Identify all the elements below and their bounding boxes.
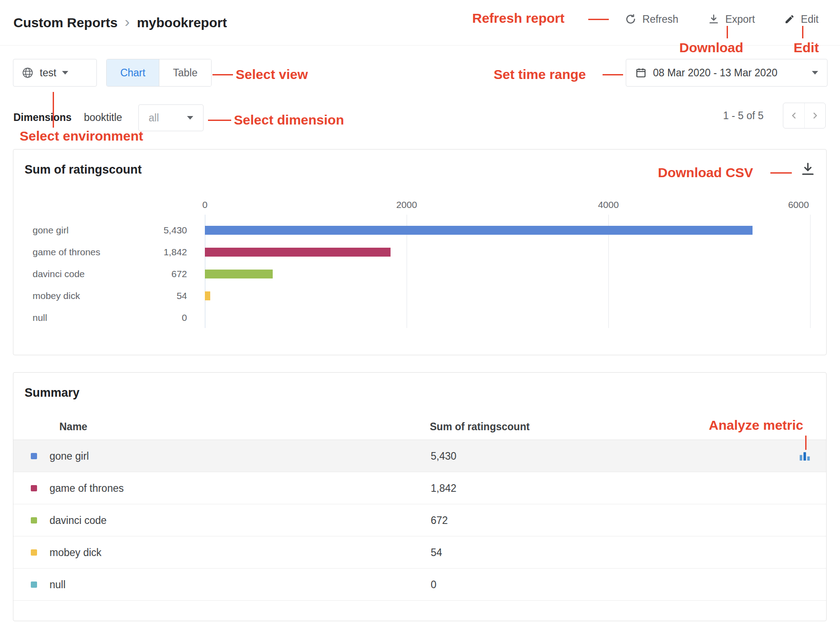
annotation-analyze-metric: Analyze metric [709, 418, 803, 433]
column-header-value: Sum of ratingscount [430, 421, 530, 433]
summary-card: Summary Name Sum of ratingscount gone gi… [13, 372, 827, 621]
chevron-right-icon [810, 111, 820, 120]
breadcrumb-custom-reports[interactable]: Custom Reports [13, 15, 117, 30]
chart-value-label: 1,842 [144, 247, 187, 258]
row-value: 54 [431, 546, 442, 558]
table-row[interactable]: gone girl5,430 [13, 440, 826, 472]
edit-label: Edit [801, 13, 819, 25]
annotation-select-dimension: Select dimension [234, 112, 344, 128]
dimension-value-selector[interactable]: all [138, 104, 204, 131]
refresh-icon [625, 13, 636, 25]
pagination-label: 1 - 5 of 5 [723, 110, 764, 122]
download-csv-icon[interactable] [800, 161, 816, 179]
chart-row: gone girl5,430 [13, 219, 826, 241]
chart-category-label: null [33, 312, 144, 323]
row-value: 5,430 [431, 450, 457, 462]
row-name: davinci code [50, 514, 107, 526]
table-row[interactable]: null0 [13, 569, 826, 601]
calendar-icon [635, 67, 647, 79]
globe-icon [21, 66, 34, 79]
header-actions: Refresh Export Edit [625, 0, 819, 38]
x-tick-label: 4000 [598, 199, 619, 210]
refresh-button[interactable]: Refresh [625, 13, 678, 25]
export-label: Export [725, 13, 755, 25]
annotation-select-view: Select view [236, 67, 308, 82]
tab-table[interactable]: Table [159, 59, 211, 86]
annotation-set-time-range: Set time range [494, 67, 586, 82]
next-page-button[interactable] [804, 103, 825, 128]
summary-title: Summary [25, 386, 79, 400]
annotation-line-analyze-metric [805, 436, 807, 450]
chart-value-label: 54 [144, 291, 187, 301]
date-range-selector[interactable]: 08 Mar 2020 - 13 Mar 2020 [626, 59, 828, 87]
annotation-line-edit [802, 26, 803, 38]
chart-row: null0 [13, 307, 826, 328]
annotation-line-set-time-range [603, 74, 623, 75]
chevron-down-icon [812, 71, 818, 75]
chevron-left-icon [789, 111, 799, 120]
row-color-swatch [31, 485, 37, 491]
date-range-value: 08 Mar 2020 - 13 Mar 2020 [653, 67, 778, 79]
dimensions-label: Dimensions [13, 112, 71, 124]
annotation-line-download [727, 26, 728, 38]
annotation-line-download-csv [770, 172, 792, 174]
table-row[interactable]: davinci code672 [13, 504, 826, 536]
summary-rows: gone girl5,430game of thrones1,842davinc… [13, 440, 826, 601]
x-tick-label: 6000 [788, 199, 809, 210]
table-row[interactable]: mobey dick54 [13, 536, 826, 569]
chevron-right-icon: › [125, 14, 129, 29]
annotation-line-select-view [212, 74, 233, 75]
chart-bar [205, 226, 753, 235]
chart-row: davinci code672 [13, 263, 826, 285]
annotation-download-csv: Download CSV [658, 165, 753, 180]
chart-bar-track [205, 248, 810, 257]
row-name: game of thrones [50, 482, 124, 494]
chart-category-label: game of thrones [33, 247, 144, 258]
annotation-download: Download [679, 40, 743, 55]
chart-row: mobey dick54 [13, 285, 826, 307]
row-color-swatch [31, 453, 37, 459]
row-name: gone girl [50, 450, 89, 462]
chart-category-label: davinci code [33, 269, 144, 279]
chevron-down-icon [187, 116, 193, 120]
dimension-value: all [149, 112, 159, 124]
environment-value: test [40, 67, 56, 79]
chart-bar-track [205, 270, 810, 278]
x-tick-label: 0 [202, 199, 208, 210]
row-value: 1,842 [431, 482, 457, 494]
chart-value-label: 0 [144, 312, 187, 323]
analyze-metric-icon[interactable] [798, 449, 811, 463]
row-name: mobey dick [50, 546, 101, 558]
row-color-swatch [31, 549, 37, 556]
chart-bar [205, 291, 210, 300]
breadcrumb: Custom Reports › mybookreport [13, 0, 227, 46]
chart-rows: gone girl5,430game of thrones1,842davinc… [13, 219, 826, 328]
table-row[interactable]: game of thrones1,842 [13, 472, 826, 504]
x-tick-label: 2000 [396, 199, 417, 210]
annotation-line-select-environment [53, 92, 54, 128]
download-icon [708, 13, 719, 25]
row-color-swatch [31, 581, 37, 588]
page: Custom Reports › mybookreport Refresh [0, 0, 840, 623]
annotation-select-environment: Select environment [20, 129, 143, 144]
refresh-label: Refresh [642, 13, 678, 25]
tab-chart[interactable]: Chart [107, 59, 159, 86]
prev-page-button[interactable] [783, 103, 804, 128]
row-color-swatch [31, 517, 37, 523]
pager [783, 103, 826, 129]
chart-bar [205, 248, 391, 257]
header-bar: Custom Reports › mybookreport Refresh [0, 0, 840, 46]
chart-category-label: mobey dick [33, 291, 144, 301]
annotation-refresh-report: Refresh report [472, 11, 565, 26]
row-value: 672 [431, 514, 448, 526]
export-button[interactable]: Export [708, 13, 755, 25]
annotation-line-refresh [588, 19, 609, 20]
pencil-icon [784, 14, 795, 25]
dimension-name: booktitle [84, 112, 122, 124]
breadcrumb-report-name: mybookreport [137, 15, 227, 30]
edit-button[interactable]: Edit [784, 13, 819, 25]
chevron-down-icon [62, 71, 68, 75]
row-value: 0 [431, 578, 437, 590]
chart-bar-track [205, 226, 810, 235]
environment-selector[interactable]: test [13, 59, 97, 87]
